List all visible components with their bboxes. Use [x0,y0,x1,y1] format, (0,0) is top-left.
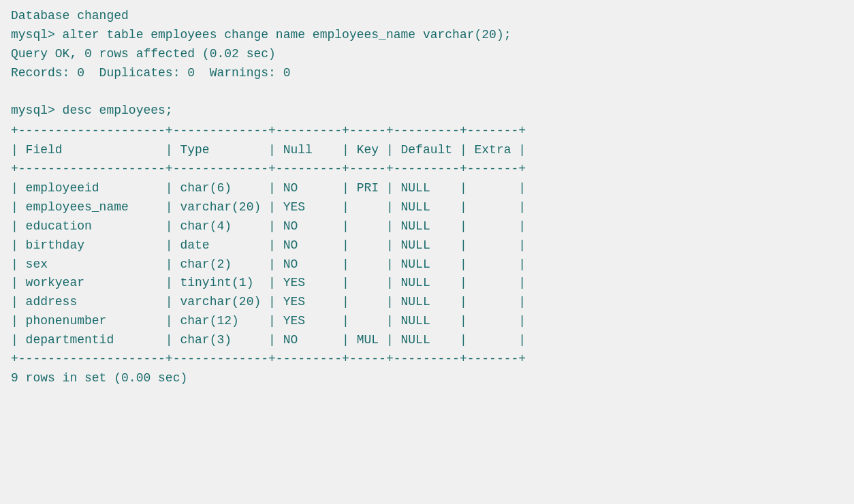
table-row: | sex | char(2) | NO | | NULL | | [11,255,843,274]
line-db-changed: Database changed [11,7,843,26]
table-separator-mid: +--------------------+-------------+----… [11,160,843,179]
table-row: | education | char(4) | NO | | NULL | | [11,217,843,236]
line-records: Records: 0 Duplicates: 0 Warnings: 0 [11,64,843,83]
blank-line-1 [11,83,843,102]
line-query-ok: Query OK, 0 rows affected (0.02 sec) [11,45,843,64]
table-separator-top: +--------------------+-------------+----… [11,122,843,141]
table-row: | workyear | tinyint(1) | YES | | NULL |… [11,274,843,293]
table-separator-bottom: +--------------------+-------------+----… [11,350,843,369]
terminal-output: Database changed mysql> alter table empl… [11,7,843,388]
table-row: | employees_name | varchar(20) | YES | |… [11,198,843,217]
table-row: | address | varchar(20) | YES | | NULL |… [11,293,843,312]
line-desc-cmd: mysql> desc employees; [11,101,843,121]
table-header: | Field | Type | Null | Key | Default | … [11,141,843,160]
table-container: +--------------------+-------------+----… [11,122,843,369]
table-row: | employeeid | char(6) | NO | PRI | NULL… [11,179,843,198]
table-row: | departmentid | char(3) | NO | MUL | NU… [11,331,843,350]
line-alter-cmd: mysql> alter table employees change name… [11,26,843,45]
table-footer: 9 rows in set (0.00 sec) [11,369,843,388]
table-row: | phonenumber | char(12) | YES | | NULL … [11,312,843,331]
table-rows-container: | employeeid | char(6) | NO | PRI | NULL… [11,179,843,350]
table-row: | birthday | date | NO | | NULL | | [11,236,843,255]
